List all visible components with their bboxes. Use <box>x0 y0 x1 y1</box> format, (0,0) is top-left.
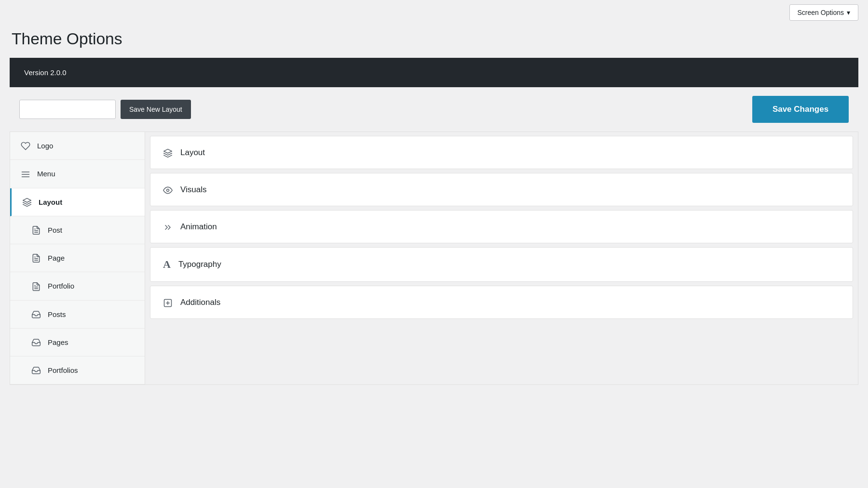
toolbar-row: Save New Layout Save Changes <box>10 87 858 132</box>
svg-marker-3 <box>23 198 31 202</box>
main-wrapper: Logo Menu Layout Post Page Portfolio Pos… <box>10 132 858 385</box>
section-card-typography[interactable]: A Typography <box>150 247 853 282</box>
save-new-layout-button[interactable]: Save New Layout <box>121 100 191 119</box>
sidebar-label-menu: Menu <box>37 170 55 178</box>
file-icon <box>31 281 41 291</box>
section-card-additionals[interactable]: Additionals <box>150 286 853 319</box>
sidebar-label-portfolio: Portfolio <box>48 282 74 290</box>
sidebar-item-portfolio[interactable]: Portfolio <box>10 272 145 300</box>
sidebar-label-pages: Pages <box>48 338 68 346</box>
layers-icon <box>22 197 32 207</box>
toolbar-left: Save New Layout <box>19 100 191 119</box>
sidebar-item-pages[interactable]: Pages <box>10 329 145 356</box>
sidebar-item-logo[interactable]: Logo <box>10 132 145 160</box>
sidebar-item-post[interactable]: Post <box>10 216 145 244</box>
page-title-wrap: Theme Options <box>0 25 868 58</box>
save-changes-button[interactable]: Save Changes <box>752 96 849 123</box>
section-card-visuals[interactable]: Visuals <box>150 173 853 206</box>
sidebar-label-posts: Posts <box>48 310 66 318</box>
section-label-animation: Animation <box>180 222 217 232</box>
inbox-icon <box>31 309 41 319</box>
section-label-layout: Layout <box>180 148 205 158</box>
screen-options-label: Screen Options <box>798 9 844 16</box>
svg-marker-10 <box>164 149 172 153</box>
top-bar: Screen Options ▾ <box>0 0 868 25</box>
plus-square-icon <box>163 297 173 308</box>
inbox-icon <box>31 337 41 347</box>
section-label-additionals: Additionals <box>180 298 220 307</box>
sidebar: Logo Menu Layout Post Page Portfolio Pos… <box>10 132 145 385</box>
sidebar-label-logo: Logo <box>37 142 53 150</box>
page-title: Theme Options <box>12 30 858 48</box>
sidebar-item-menu[interactable]: Menu <box>10 160 145 188</box>
layout-name-input[interactable] <box>19 100 116 119</box>
file-icon <box>31 253 41 263</box>
screen-options-chevron: ▾ <box>847 9 850 16</box>
file-icon <box>31 225 41 235</box>
section-card-layout[interactable]: Layout <box>150 136 853 169</box>
type-a-icon: A <box>163 258 171 271</box>
chevrons-right-icon <box>163 221 173 232</box>
sidebar-item-posts[interactable]: Posts <box>10 301 145 329</box>
content-area: Layout Visuals Animation A Typography Ad… <box>145 132 858 385</box>
sidebar-label-layout: Layout <box>39 198 62 206</box>
section-label-typography: Typography <box>178 260 221 269</box>
section-card-animation[interactable]: Animation <box>150 210 853 243</box>
sidebar-label-page: Page <box>48 254 65 262</box>
section-label-visuals: Visuals <box>180 185 207 195</box>
layers-icon <box>163 147 173 158</box>
version-bar: Version 2.0.0 <box>10 58 858 87</box>
heart-icon <box>21 141 30 151</box>
sidebar-label-post: Post <box>48 226 62 234</box>
sidebar-item-portfolios[interactable]: Portfolios <box>10 356 145 384</box>
menu-icon <box>21 169 30 179</box>
sidebar-item-layout[interactable]: Layout <box>10 188 145 216</box>
eye-icon <box>163 184 173 195</box>
svg-point-11 <box>167 189 169 191</box>
screen-options-button[interactable]: Screen Options ▾ <box>789 4 859 21</box>
version-label: Version 2.0.0 <box>24 68 67 77</box>
inbox-icon <box>31 365 41 375</box>
sidebar-item-page[interactable]: Page <box>10 244 145 272</box>
sidebar-label-portfolios: Portfolios <box>48 366 78 374</box>
